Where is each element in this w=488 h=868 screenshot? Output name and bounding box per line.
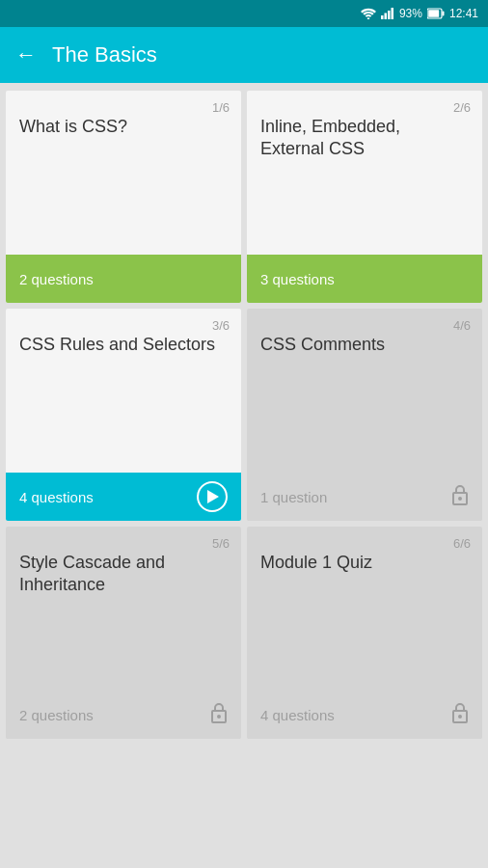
card-title-4: CSS Comments [260, 334, 469, 356]
cards-grid: 1/6What is CSS?2 questions2/6Inline, Emb… [0, 83, 488, 746]
svg-rect-7 [428, 10, 439, 17]
questions-label-5: 2 questions [19, 707, 94, 723]
card-title-1: What is CSS? [19, 116, 228, 138]
lock-svg [451, 484, 469, 505]
lock-icon-4 [451, 484, 469, 510]
card-6[interactable]: 6/6Module 1 Quiz4 questions [247, 527, 482, 739]
card-number-2: 2/6 [453, 100, 471, 115]
card-number-4: 4/6 [453, 318, 471, 333]
questions-label-3: 4 questions [19, 489, 94, 505]
svg-rect-3 [388, 11, 391, 19]
lock-icon-6 [451, 702, 469, 728]
card-number-1: 1/6 [212, 100, 230, 115]
svg-rect-1 [381, 15, 384, 19]
lock-svg [451, 702, 469, 723]
card-number-5: 5/6 [212, 536, 230, 551]
card-title-2: Inline, Embedded, External CSS [260, 116, 469, 161]
signal-icon [381, 8, 394, 19]
card-5[interactable]: 5/6Style Cascade and Inheritance2 questi… [6, 527, 241, 739]
questions-label-4: 1 question [260, 489, 327, 505]
play-icon [207, 490, 219, 503]
card-1[interactable]: 1/6What is CSS?2 questions [6, 91, 241, 303]
battery-text: 93% [399, 7, 422, 20]
status-bar: 93% 12:41 [0, 0, 488, 27]
time-text: 12:41 [449, 7, 478, 20]
play-button-3[interactable] [197, 481, 228, 512]
lock-icon-5 [210, 702, 228, 728]
svg-rect-2 [384, 14, 387, 20]
questions-label-1: 2 questions [19, 271, 94, 287]
card-number-6: 6/6 [453, 536, 471, 551]
status-icons: 93% 12:41 [361, 7, 478, 20]
card-title-6: Module 1 Quiz [260, 552, 469, 574]
svg-point-0 [367, 17, 369, 19]
svg-rect-6 [442, 12, 444, 16]
svg-rect-4 [391, 8, 393, 19]
card-2[interactable]: 2/6Inline, Embedded, External CSS3 quest… [247, 91, 482, 303]
lock-svg [210, 702, 228, 723]
battery-icon [427, 8, 445, 19]
card-title-5: Style Cascade and Inheritance [19, 552, 228, 597]
page-title: The Basics [52, 42, 157, 68]
wifi-icon [361, 8, 376, 19]
questions-label-6: 4 questions [260, 707, 335, 723]
questions-label-2: 3 questions [260, 271, 335, 287]
header: ← The Basics [0, 27, 488, 83]
card-4[interactable]: 4/6CSS Comments1 question [247, 309, 482, 521]
card-number-3: 3/6 [212, 318, 230, 333]
card-title-3: CSS Rules and Selectors [19, 334, 228, 356]
back-button[interactable]: ← [15, 42, 37, 68]
card-3[interactable]: 3/6CSS Rules and Selectors4 questions [6, 309, 241, 521]
